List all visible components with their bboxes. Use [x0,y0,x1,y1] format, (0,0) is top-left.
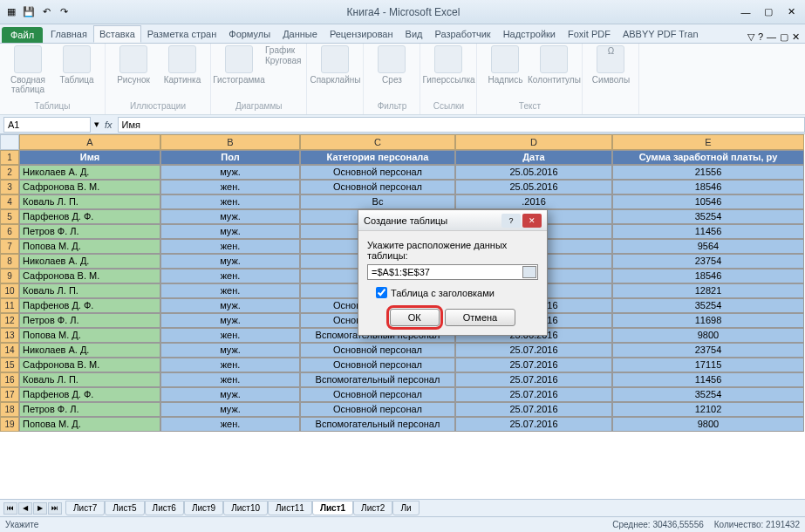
cell[interactable]: 25.05.2016 [455,165,612,180]
tab-review[interactable]: Рецензирован [324,25,399,43]
sheet-tab[interactable]: Лист2 [353,501,392,515]
window-min-icon[interactable]: — [767,31,776,43]
cell[interactable]: 10546 [612,194,804,209]
cell[interactable]: 23754 [612,254,804,269]
cell[interactable]: муж. [160,209,300,224]
row-header[interactable]: 3 [0,180,19,194]
close-button[interactable]: ✕ [781,4,802,20]
cell[interactable]: Петров Ф. Л. [19,224,160,239]
minimize-button[interactable]: — [735,4,756,20]
cell[interactable]: Основной персонал [300,343,455,358]
undo-icon[interactable]: ↶ [38,4,54,20]
range-select-icon[interactable] [522,266,536,278]
cell[interactable]: 23754 [612,343,804,358]
cell[interactable]: 35254 [612,209,804,224]
name-box[interactable] [3,117,91,133]
row-header[interactable]: 6 [0,224,19,239]
cell[interactable]: 18546 [612,269,804,283]
cancel-button[interactable]: Отмена [445,309,515,326]
row-header[interactable]: 16 [0,372,19,387]
cell[interactable]: жен. [160,328,300,343]
dialog-close-button[interactable]: ✕ [522,214,542,228]
row-header[interactable]: 11 [0,298,19,313]
cell[interactable]: Коваль Л. П. [19,283,160,298]
sheet-next-icon[interactable]: ▶ [33,502,47,515]
fx-icon[interactable]: fx [99,119,118,130]
help-icon[interactable]: ? [758,31,763,43]
cell[interactable]: 9800 [612,328,804,343]
row-header[interactable]: 7 [0,239,19,254]
header-footer-button[interactable]: Колонтитулы [531,45,576,85]
clipart-button[interactable]: Картинка [160,45,205,85]
cell[interactable]: жен. [160,417,300,432]
cell[interactable]: Николаев А. Д. [19,165,160,180]
cell[interactable]: Парфенов Д. Ф. [19,209,160,224]
cell[interactable]: 9564 [612,239,804,254]
row-header[interactable]: 2 [0,165,19,180]
hyperlink-button[interactable]: Гиперссылка [426,45,471,85]
row-header[interactable]: 9 [0,269,19,283]
tab-addins[interactable]: Надстройки [497,25,562,43]
cell[interactable]: муж. [160,298,300,313]
header-cell[interactable]: Имя [19,150,160,165]
row-header[interactable]: 1 [0,150,19,165]
cell[interactable]: муж. [160,402,300,417]
cell[interactable]: 25.07.2016 [455,358,612,372]
cell[interactable]: 17115 [612,358,804,372]
row-header[interactable]: 5 [0,209,19,224]
header-cell[interactable]: Категория персонала [300,150,455,165]
row-header[interactable]: 13 [0,328,19,343]
sheet-tab[interactable]: Лист5 [105,501,144,515]
cell[interactable]: .2016 [455,194,612,209]
row-header[interactable]: 8 [0,254,19,269]
sheet-tab[interactable]: Лист6 [145,501,184,515]
cell[interactable]: Сафронова В. М. [19,269,160,283]
row-header[interactable]: 19 [0,417,19,432]
excel-icon[interactable]: ▦ [3,4,19,20]
sheet-tab[interactable]: Лист10 [223,501,268,515]
tab-data[interactable]: Данные [276,25,324,43]
cell[interactable]: 25.07.2016 [455,343,612,358]
sheet-tab[interactable]: Лист9 [184,501,223,515]
cell[interactable]: муж. [160,224,300,239]
cell[interactable]: Парфенов Д. Ф. [19,298,160,313]
cell[interactable]: Коваль Л. П. [19,194,160,209]
cell[interactable]: 25.07.2016 [455,372,612,387]
col-header[interactable]: E [612,134,804,150]
cell[interactable]: Вспомогательный персонал [300,417,455,432]
row-header[interactable]: 17 [0,387,19,402]
file-tab[interactable]: Файл [2,27,43,43]
cell[interactable]: 35254 [612,298,804,313]
maximize-button[interactable]: ▢ [758,4,779,20]
sparklines-button[interactable]: Спарклайны [312,45,358,85]
cell[interactable]: Сафронова В. М. [19,180,160,194]
window-close-icon[interactable]: ✕ [792,31,800,43]
symbol-button[interactable]: ΩСимволы [588,45,633,85]
cell[interactable]: муж. [160,254,300,269]
cell[interactable]: 11698 [612,313,804,328]
picture-button[interactable]: Рисунок [111,45,156,85]
cell[interactable]: 25.07.2016 [455,402,612,417]
window-restore-icon[interactable]: ▢ [780,31,788,43]
row-header[interactable]: 14 [0,343,19,358]
tab-layout[interactable]: Разметка стран [141,25,222,43]
tab-formulas[interactable]: Формулы [222,25,276,43]
row-header[interactable]: 15 [0,358,19,372]
cell[interactable]: Коваль Л. П. [19,372,160,387]
sheet-first-icon[interactable]: ⏮ [3,502,17,515]
cell[interactable]: жен. [160,372,300,387]
headers-checkbox[interactable] [376,287,387,298]
row-header[interactable]: 4 [0,194,19,209]
tab-view[interactable]: Вид [399,25,429,43]
cell[interactable]: 21556 [612,165,804,180]
cell[interactable]: Сафронова В. М. [19,358,160,372]
redo-icon[interactable]: ↷ [56,4,72,20]
cell[interactable]: жен. [160,194,300,209]
sheet-tab[interactable]: Ли [392,501,419,515]
col-header[interactable]: D [455,134,612,150]
cell[interactable]: Основной персонал [300,358,455,372]
ok-button[interactable]: ОК [390,309,440,326]
sheet-last-icon[interactable]: ⏭ [48,502,62,515]
cell[interactable]: жен. [160,358,300,372]
cell[interactable]: Попова М. Д. [19,239,160,254]
